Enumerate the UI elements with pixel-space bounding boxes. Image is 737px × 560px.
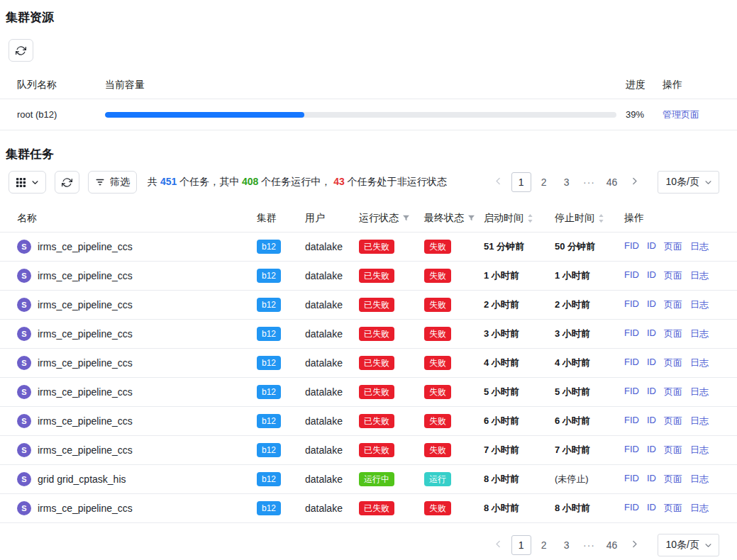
table-row: S irms_ce_pipeline_ccs b12 datalake 已失败 … <box>0 291 737 320</box>
action-link-id[interactable]: ID <box>647 415 656 427</box>
sorter-icon[interactable] <box>527 213 533 223</box>
action-link-日志[interactable]: 日志 <box>690 415 709 427</box>
task-name-cell: S irms_ce_pipeline_ccs <box>17 327 257 341</box>
action-link-页面[interactable]: 页面 <box>664 298 682 311</box>
stop-time: 50 分钟前 <box>555 240 624 253</box>
sorter-icon[interactable] <box>598 213 604 223</box>
action-link-fid[interactable]: FID <box>624 415 639 427</box>
pagination-page-2[interactable]: 2 <box>534 172 554 192</box>
action-link-id[interactable]: ID <box>647 473 656 486</box>
action-link-页面[interactable]: 页面 <box>664 415 682 427</box>
column-settings-button[interactable] <box>9 171 46 194</box>
stop-time: 3 小时前 <box>555 327 624 340</box>
resources-toolbar <box>9 39 737 62</box>
action-link-fid[interactable]: FID <box>624 473 639 486</box>
table-row: S irms_ce_pipeline_ccs b12 datalake 已失败 … <box>0 233 737 262</box>
action-link-fid[interactable]: FID <box>624 327 639 340</box>
action-link-页面[interactable]: 页面 <box>664 269 682 282</box>
pagination-page-1[interactable]: 1 <box>511 535 531 555</box>
action-link-fid[interactable]: FID <box>624 269 639 282</box>
task-user: datalake <box>305 241 359 252</box>
row-actions: FIDID页面日志 <box>624 502 731 515</box>
pagination-page-3[interactable]: 3 <box>557 535 577 555</box>
action-link-页面[interactable]: 页面 <box>664 444 682 457</box>
task-name-cell: S irms_ce_pipeline_ccs <box>17 443 257 457</box>
pagination-page-46[interactable]: 46 <box>602 535 622 555</box>
action-link-id[interactable]: ID <box>647 240 656 253</box>
cluster-badge: b12 <box>257 240 281 254</box>
manage-page-link[interactable]: 管理页面 <box>663 109 699 120</box>
task-user: datalake <box>305 299 359 310</box>
start-time: 8 小时前 <box>484 502 555 515</box>
action-link-id[interactable]: ID <box>647 502 656 515</box>
action-link-日志[interactable]: 日志 <box>690 240 709 253</box>
action-link-页面[interactable]: 页面 <box>664 327 682 340</box>
resource-row: root (b12) 39% 管理页面 <box>0 99 737 130</box>
action-link-id[interactable]: ID <box>647 386 656 398</box>
progress-fill <box>105 112 304 118</box>
start-time: 51 分钟前 <box>484 240 555 253</box>
chevron-right-icon <box>630 539 639 551</box>
page-size-select[interactable]: 10条/页 <box>658 534 719 556</box>
pagination-page-2[interactable]: 2 <box>534 535 554 555</box>
tasks-summary: 共 451 个任务，其中 408 个任务运行中， 43 个任务处于非运行状态 <box>148 176 447 189</box>
action-link-id[interactable]: ID <box>647 298 656 311</box>
pagination-ellipsis[interactable]: ··· <box>580 172 599 192</box>
filter-funnel-icon[interactable] <box>467 214 475 222</box>
action-link-日志[interactable]: 日志 <box>690 444 709 457</box>
tasks-table-body: S irms_ce_pipeline_ccs b12 datalake 已失败 … <box>0 233 737 523</box>
action-link-页面[interactable]: 页面 <box>664 357 682 369</box>
action-link-id[interactable]: ID <box>647 444 656 457</box>
action-link-日志[interactable]: 日志 <box>690 298 709 311</box>
filter-button[interactable]: 筛选 <box>88 171 137 194</box>
action-link-日志[interactable]: 日志 <box>690 386 709 398</box>
filter-button-label: 筛选 <box>110 176 130 189</box>
pagination-next[interactable] <box>625 535 645 555</box>
action-link-id[interactable]: ID <box>647 357 656 369</box>
pagination-page-1[interactable]: 1 <box>511 172 531 192</box>
action-link-日志[interactable]: 日志 <box>690 269 709 282</box>
pagination-prev[interactable] <box>489 172 509 192</box>
action-link-日志[interactable]: 日志 <box>690 357 709 369</box>
action-link-页面[interactable]: 页面 <box>664 386 682 398</box>
action-link-fid[interactable]: FID <box>624 298 639 311</box>
cluster-badge: b12 <box>257 501 281 515</box>
start-time: 7 小时前 <box>484 444 555 457</box>
tasks-refresh-button[interactable] <box>55 171 79 194</box>
resources-table-body: root (b12) 39% 管理页面 <box>0 99 737 130</box>
action-link-日志[interactable]: 日志 <box>690 473 709 486</box>
action-link-fid[interactable]: FID <box>624 502 639 515</box>
action-link-页面[interactable]: 页面 <box>664 240 682 253</box>
header-label: 最终状态 <box>424 212 464 225</box>
row-actions: FIDID页面日志 <box>624 473 731 486</box>
action-link-页面[interactable]: 页面 <box>664 502 682 515</box>
pagination-prev[interactable] <box>489 535 509 555</box>
table-row: S irms_ce_pipeline_ccs b12 datalake 已失败 … <box>0 407 737 436</box>
non-running-task-count: 43 <box>333 176 345 187</box>
pagination-page-3[interactable]: 3 <box>557 172 577 192</box>
action-link-页面[interactable]: 页面 <box>664 473 682 486</box>
task-name-cell: S irms_ce_pipeline_ccs <box>17 269 257 283</box>
table-row: S irms_ce_pipeline_ccs b12 datalake 已失败 … <box>0 262 737 291</box>
page-size-select[interactable]: 10条/页 <box>658 171 719 194</box>
pagination-page-46[interactable]: 46 <box>602 172 622 192</box>
action-link-id[interactable]: ID <box>647 327 656 340</box>
action-link-fid[interactable]: FID <box>624 444 639 457</box>
action-link-日志[interactable]: 日志 <box>690 502 709 515</box>
avatar: S <box>17 327 31 341</box>
pagination-next[interactable] <box>625 172 645 192</box>
pagination-ellipsis[interactable]: ··· <box>580 535 599 555</box>
resources-refresh-button[interactable] <box>9 39 33 62</box>
row-actions: FIDID页面日志 <box>624 415 731 427</box>
action-link-fid[interactable]: FID <box>624 357 639 369</box>
action-link-fid[interactable]: FID <box>624 240 639 253</box>
task-name: irms_ce_pipeline_ccs <box>38 386 133 398</box>
action-link-id[interactable]: ID <box>647 269 656 282</box>
chevron-left-icon <box>494 539 503 551</box>
header-label: 运行状态 <box>359 212 399 225</box>
action-link-fid[interactable]: FID <box>624 386 639 398</box>
task-name: grid grid_cptask_his <box>38 474 126 485</box>
filter-funnel-icon[interactable] <box>402 214 410 222</box>
action-link-日志[interactable]: 日志 <box>690 327 709 340</box>
run-status-badge: 已失败 <box>359 327 394 341</box>
